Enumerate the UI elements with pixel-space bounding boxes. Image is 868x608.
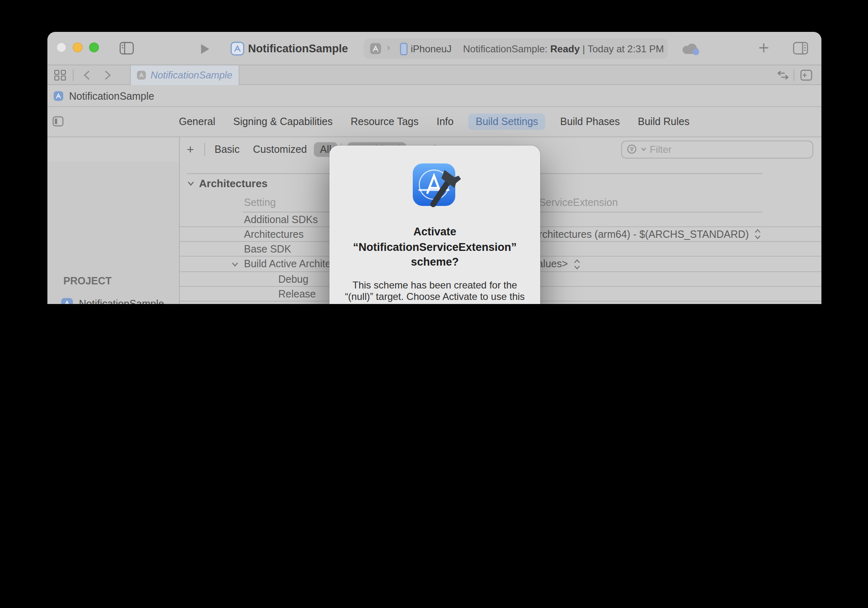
activity-status: NotificationSample: Ready | Today at 2:3… [463,43,664,55]
back-icon[interactable] [83,70,89,80]
editor-tab-info[interactable]: Info [433,114,457,130]
filter-icon [627,144,638,154]
stepper-icon[interactable] [574,259,580,270]
tab-app-icon [136,70,146,80]
chevron-down-icon[interactable] [231,261,238,268]
divider [72,69,73,81]
scheme-and-status[interactable]: › iPhoneuJ NotificationSample: Ready | T… [363,38,667,59]
related-items-icon[interactable] [54,69,66,81]
xcode-hammer-icon [329,159,540,206]
editor-tab-build-phases[interactable]: Build Phases [557,114,623,130]
sidebar-toggle-icon[interactable] [119,42,134,55]
divider [204,143,205,156]
dialog-title: Activate “NotificationServiceExtension” … [338,225,532,270]
status-project: NotificationSample: [463,43,548,55]
window-title: NotificationSample [248,42,348,55]
add-setting-button[interactable]: + [187,142,194,156]
minimize-button[interactable] [72,42,82,52]
settings-filter-input[interactable]: Filter [621,140,813,158]
scope-customized[interactable]: Customized [253,143,307,155]
toolbar: NotificationSample › iPhoneuJ Notificati… [47,32,821,65]
scope-basic[interactable]: Basic [215,143,239,155]
zoom-button[interactable] [89,42,98,52]
forward-icon[interactable] [104,70,111,80]
cloud-icon [681,42,701,56]
chevron-right-icon: › [387,42,390,52]
add-tab-button[interactable] [757,42,770,54]
jumpbar-app-icon [53,91,63,101]
dialog-body: This scheme has been created for the “(n… [342,279,528,304]
editor-tab-resource-tags[interactable]: Resource Tags [347,114,422,130]
editor-tab[interactable]: NotificationSample [130,65,239,85]
scheme-app-icon [369,42,381,55]
sidebar-item-label: NotificationSample [79,298,164,304]
status-time: Today at 2:31 PM [588,43,664,55]
inspector-toggle-icon[interactable] [792,42,808,55]
project-targets-sidebar: PROJECT NotificationSample TARGETS Notif… [47,161,179,304]
status-separator: | [582,43,585,55]
editor-tab-build-rules[interactable]: Build Rules [635,114,693,130]
project-document-icon [230,42,244,56]
setting-label: Base SDK [244,244,291,255]
stepper-icon[interactable] [754,229,761,240]
setting-label: Additional SDKs [244,214,318,225]
section-title: Architectures [199,177,268,190]
run-destination[interactable]: iPhoneuJ [411,43,452,55]
add-editor-icon[interactable] [800,69,812,81]
run-button[interactable] [200,43,210,55]
jump-bar[interactable]: NotificationSample [47,85,821,107]
chevron-down-icon[interactable] [187,180,194,187]
editor-tab-signing-capabilities[interactable]: Signing & Capabilities [230,114,336,130]
editor-tab-general[interactable]: General [176,114,219,130]
setting-label: Architectures [244,229,304,240]
status-state: Ready [550,43,579,55]
chevron-down-icon [641,147,647,151]
sidebar-item-project[interactable]: NotificationSample [51,294,175,304]
code-review-icon[interactable] [777,70,788,80]
filter-placeholder: Filter [650,143,671,155]
setting-label: Release [278,288,316,300]
left-column-toggle-icon[interactable] [52,116,63,127]
project-header: PROJECT [63,275,112,286]
app-icon [60,297,73,304]
iphone-icon [399,42,407,55]
divider [793,69,794,81]
activate-scheme-dialog: Activate “NotificationServiceExtension” … [329,145,540,304]
editor-tab-build-settings[interactable]: Build Settings [468,114,546,130]
column-header-setting: Setting [244,197,276,208]
editor-nav-tabs: GeneralSigning & CapabilitiesResource Ta… [47,107,821,137]
close-button[interactable] [56,42,66,52]
jumpbar-item: NotificationSample [69,91,154,102]
setting-label: Debug [278,273,309,285]
editor-tab-bar: NotificationSample [47,65,821,85]
screen: NotificationSample › iPhoneuJ Notificati… [0,0,868,304]
tab-label: NotificationSample [150,69,232,81]
